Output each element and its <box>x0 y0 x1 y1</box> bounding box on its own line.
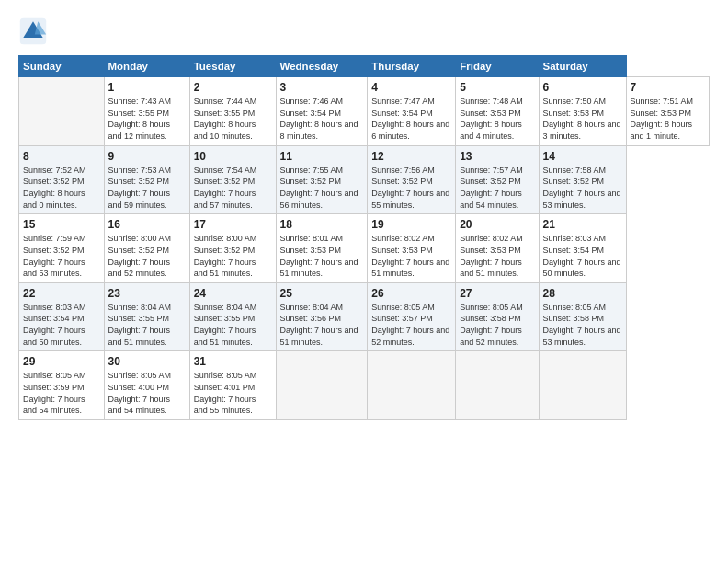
day-info: Sunrise: 7:59 AMSunset: 3:52 PMDaylight:… <box>23 233 100 279</box>
calendar-cell: 2Sunrise: 7:44 AMSunset: 3:55 PMDaylight… <box>189 77 276 146</box>
day-number: 10 <box>194 149 272 164</box>
day-info: Sunrise: 7:53 AMSunset: 3:52 PMDaylight:… <box>108 165 186 211</box>
day-info: Sunrise: 8:04 AMSunset: 3:55 PMDaylight:… <box>194 302 272 348</box>
calendar-cell <box>368 351 456 420</box>
calendar-week-row: 29Sunrise: 8:05 AMSunset: 3:59 PMDayligh… <box>19 351 710 420</box>
day-info: Sunrise: 7:52 AMSunset: 3:52 PMDaylight:… <box>23 165 100 211</box>
day-number: 4 <box>371 80 451 95</box>
calendar-cell: 16Sunrise: 8:00 AMSunset: 3:52 PMDayligh… <box>104 214 189 283</box>
calendar-cell: 22Sunrise: 8:03 AMSunset: 3:54 PMDayligh… <box>19 282 105 351</box>
calendar-cell <box>456 351 539 420</box>
calendar-cell: 11Sunrise: 7:55 AMSunset: 3:52 PMDayligh… <box>276 145 368 214</box>
day-info: Sunrise: 7:54 AMSunset: 3:52 PMDaylight:… <box>194 165 272 211</box>
day-info: Sunrise: 7:48 AMSunset: 3:53 PMDaylight:… <box>460 96 534 142</box>
logo <box>18 17 51 46</box>
day-number: 9 <box>108 149 186 164</box>
day-number: 3 <box>280 80 364 95</box>
calendar-cell: 17Sunrise: 8:00 AMSunset: 3:52 PMDayligh… <box>189 214 276 283</box>
day-number: 31 <box>194 354 272 369</box>
header <box>18 17 710 46</box>
calendar-cell: 9Sunrise: 7:53 AMSunset: 3:52 PMDaylight… <box>104 145 189 214</box>
calendar-cell: 14Sunrise: 7:58 AMSunset: 3:52 PMDayligh… <box>539 145 626 214</box>
day-number: 25 <box>280 286 364 301</box>
day-info: Sunrise: 8:03 AMSunset: 3:54 PMDaylight:… <box>543 233 622 279</box>
calendar-cell: 13Sunrise: 7:57 AMSunset: 3:52 PMDayligh… <box>456 145 539 214</box>
day-info: Sunrise: 7:50 AMSunset: 3:53 PMDaylight:… <box>543 96 622 142</box>
calendar-cell: 3Sunrise: 7:46 AMSunset: 3:54 PMDaylight… <box>276 77 368 146</box>
day-number: 16 <box>108 217 186 232</box>
day-info: Sunrise: 8:00 AMSunset: 3:52 PMDaylight:… <box>108 233 186 279</box>
page: SundayMondayTuesdayWednesdayThursdayFrid… <box>0 0 728 563</box>
calendar-col-wednesday: Wednesday <box>276 56 368 77</box>
day-info: Sunrise: 8:04 AMSunset: 3:55 PMDaylight:… <box>108 302 186 348</box>
calendar-cell: 10Sunrise: 7:54 AMSunset: 3:52 PMDayligh… <box>189 145 276 214</box>
day-number: 21 <box>543 217 622 232</box>
day-number: 8 <box>23 149 100 164</box>
day-number: 1 <box>108 80 186 95</box>
day-number: 18 <box>280 217 364 232</box>
day-number: 20 <box>460 217 534 232</box>
day-info: Sunrise: 7:58 AMSunset: 3:52 PMDaylight:… <box>543 165 622 211</box>
day-number: 7 <box>631 80 705 95</box>
day-number: 11 <box>280 149 364 164</box>
calendar-cell: 27Sunrise: 8:05 AMSunset: 3:58 PMDayligh… <box>456 282 539 351</box>
day-info: Sunrise: 8:02 AMSunset: 3:53 PMDaylight:… <box>460 233 534 279</box>
calendar-cell: 1Sunrise: 7:43 AMSunset: 3:55 PMDaylight… <box>104 77 189 146</box>
calendar-cell <box>19 77 105 146</box>
calendar-cell: 31Sunrise: 8:05 AMSunset: 4:01 PMDayligh… <box>189 351 276 420</box>
day-info: Sunrise: 8:05 AMSunset: 4:01 PMDaylight:… <box>194 370 272 416</box>
calendar-cell: 20Sunrise: 8:02 AMSunset: 3:53 PMDayligh… <box>456 214 539 283</box>
day-info: Sunrise: 7:46 AMSunset: 3:54 PMDaylight:… <box>280 96 364 142</box>
day-number: 27 <box>460 286 534 301</box>
logo-icon <box>18 17 48 46</box>
calendar-cell: 23Sunrise: 8:04 AMSunset: 3:55 PMDayligh… <box>104 282 189 351</box>
calendar-col-thursday: Thursday <box>368 56 456 77</box>
day-info: Sunrise: 8:05 AMSunset: 3:57 PMDaylight:… <box>371 302 451 348</box>
calendar-col-friday: Friday <box>456 56 539 77</box>
calendar-week-row: 1Sunrise: 7:43 AMSunset: 3:55 PMDaylight… <box>19 77 710 146</box>
day-number: 22 <box>23 286 100 301</box>
day-number: 17 <box>194 217 272 232</box>
day-info: Sunrise: 7:51 AMSunset: 3:53 PMDaylight:… <box>631 96 705 142</box>
calendar-cell: 18Sunrise: 8:01 AMSunset: 3:53 PMDayligh… <box>276 214 368 283</box>
day-number: 24 <box>194 286 272 301</box>
calendar-cell: 24Sunrise: 8:04 AMSunset: 3:55 PMDayligh… <box>189 282 276 351</box>
calendar-week-row: 8Sunrise: 7:52 AMSunset: 3:52 PMDaylight… <box>19 145 710 214</box>
day-info: Sunrise: 8:01 AMSunset: 3:53 PMDaylight:… <box>280 233 364 279</box>
day-info: Sunrise: 7:47 AMSunset: 3:54 PMDaylight:… <box>371 96 451 142</box>
calendar-cell: 30Sunrise: 8:05 AMSunset: 4:00 PMDayligh… <box>104 351 189 420</box>
calendar-cell: 12Sunrise: 7:56 AMSunset: 3:52 PMDayligh… <box>368 145 456 214</box>
day-number: 26 <box>371 286 451 301</box>
calendar-cell: 5Sunrise: 7:48 AMSunset: 3:53 PMDaylight… <box>456 77 539 146</box>
calendar-cell: 7Sunrise: 7:51 AMSunset: 3:53 PMDaylight… <box>626 77 709 146</box>
day-info: Sunrise: 7:57 AMSunset: 3:52 PMDaylight:… <box>460 165 534 211</box>
calendar-header-row: SundayMondayTuesdayWednesdayThursdayFrid… <box>19 56 710 77</box>
day-number: 6 <box>543 80 622 95</box>
calendar-cell: 26Sunrise: 8:05 AMSunset: 3:57 PMDayligh… <box>368 282 456 351</box>
calendar-week-row: 15Sunrise: 7:59 AMSunset: 3:52 PMDayligh… <box>19 214 710 283</box>
day-info: Sunrise: 8:00 AMSunset: 3:52 PMDaylight:… <box>194 233 272 279</box>
day-info: Sunrise: 7:43 AMSunset: 3:55 PMDaylight:… <box>108 96 186 142</box>
day-number: 30 <box>108 354 186 369</box>
calendar-cell: 28Sunrise: 8:05 AMSunset: 3:58 PMDayligh… <box>539 282 626 351</box>
day-info: Sunrise: 8:05 AMSunset: 3:58 PMDaylight:… <box>543 302 622 348</box>
day-number: 14 <box>543 149 622 164</box>
day-number: 13 <box>460 149 534 164</box>
calendar-cell: 8Sunrise: 7:52 AMSunset: 3:52 PMDaylight… <box>19 145 105 214</box>
day-number: 28 <box>543 286 622 301</box>
calendar-cell: 4Sunrise: 7:47 AMSunset: 3:54 PMDaylight… <box>368 77 456 146</box>
calendar-cell: 15Sunrise: 7:59 AMSunset: 3:52 PMDayligh… <box>19 214 105 283</box>
day-number: 15 <box>23 217 100 232</box>
day-number: 12 <box>371 149 451 164</box>
calendar-cell: 6Sunrise: 7:50 AMSunset: 3:53 PMDaylight… <box>539 77 626 146</box>
day-info: Sunrise: 8:02 AMSunset: 3:53 PMDaylight:… <box>371 233 451 279</box>
day-number: 19 <box>371 217 451 232</box>
calendar-col-tuesday: Tuesday <box>189 56 276 77</box>
day-number: 29 <box>23 354 100 369</box>
calendar-col-saturday: Saturday <box>539 56 626 77</box>
day-info: Sunrise: 8:05 AMSunset: 3:59 PMDaylight:… <box>23 370 100 416</box>
calendar-cell: 25Sunrise: 8:04 AMSunset: 3:56 PMDayligh… <box>276 282 368 351</box>
day-info: Sunrise: 7:55 AMSunset: 3:52 PMDaylight:… <box>280 165 364 211</box>
day-number: 23 <box>108 286 186 301</box>
calendar-cell: 29Sunrise: 8:05 AMSunset: 3:59 PMDayligh… <box>19 351 105 420</box>
